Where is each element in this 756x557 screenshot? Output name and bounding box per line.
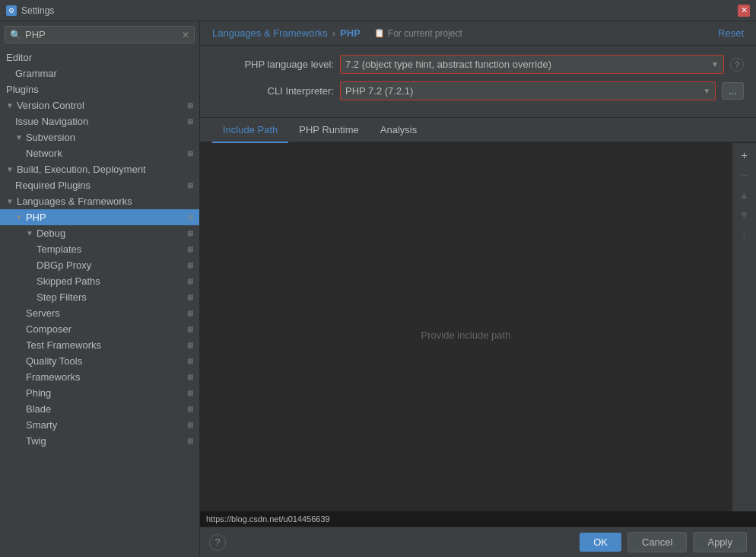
sync-icon: ⊞ <box>187 229 193 237</box>
sidebar-item-label: Quality Tools <box>26 355 82 367</box>
sidebar-item-grammar[interactable]: Grammar <box>0 65 199 81</box>
tab-content: Provide include path + − ▲ ▼ ↕ <box>200 143 756 527</box>
clipboard-icon: 📋 <box>374 28 385 38</box>
content-area: Languages & Frameworks › PHP 📋 For curre… <box>200 21 756 557</box>
sidebar-item-frameworks[interactable]: Frameworks ⊞ <box>0 369 199 385</box>
sync-icon: ⊞ <box>187 421 193 429</box>
sidebar-item-label: Languages & Frameworks <box>17 196 132 207</box>
cli-interpreter-value: PHP 7.2 (7.2.1) <box>341 82 698 100</box>
sidebar-item-plugins[interactable]: Plugins <box>0 81 199 97</box>
cli-interpreter-input-wrapper: PHP 7.2 (7.2.1) ▼ <box>340 81 716 100</box>
bottom-bar: ? OK Cancel Apply <box>200 527 756 557</box>
tab-include-path[interactable]: Include Path <box>212 118 288 143</box>
breadcrumb-part1[interactable]: Languages & Frameworks <box>212 27 328 39</box>
search-box: 🔍 ✕ <box>5 26 195 43</box>
sync-icon: ⊞ <box>187 341 193 349</box>
sidebar-item-composer[interactable]: Composer ⊞ <box>0 321 199 337</box>
sidebar-item-editor[interactable]: Editor <box>0 49 199 65</box>
sidebar-item-label: Issue Navigation <box>15 116 88 127</box>
sidebar-item-debug[interactable]: ▼ Debug ⊞ <box>0 225 199 241</box>
sidebar-item-phing[interactable]: Phing ⊞ <box>0 385 199 401</box>
sync-icon: ⊞ <box>187 149 193 158</box>
sync-icon: ⊞ <box>187 437 193 445</box>
close-button[interactable]: ✕ <box>738 5 750 17</box>
search-clear-icon[interactable]: ✕ <box>182 30 189 40</box>
url-text: https://blog.csdn.net/u014456639 <box>206 514 330 524</box>
sort-button[interactable]: ↕ <box>735 225 754 243</box>
sidebar-item-blade[interactable]: Blade ⊞ <box>0 401 199 417</box>
tab-analysis[interactable]: Analysis <box>370 118 427 143</box>
sidebar-item-label: Smarty <box>26 419 57 431</box>
sidebar-item-label: Composer <box>26 323 71 335</box>
language-level-select-wrapper: 7.2 (object type hint, abstract function… <box>340 55 724 74</box>
sidebar-item-label: Test Frameworks <box>26 339 101 351</box>
expand-arrow-icon: ▼ <box>6 165 14 173</box>
sidebar-item-test-frameworks[interactable]: Test Frameworks ⊞ <box>0 337 199 353</box>
help-icon[interactable]: ? <box>730 58 744 72</box>
sync-icon: ⊞ <box>187 117 193 126</box>
sidebar-item-twig[interactable]: Twig ⊞ <box>0 433 199 449</box>
sidebar-content: Editor Grammar Plugins ▼ Version Control… <box>0 48 199 557</box>
sidebar-item-skipped-paths[interactable]: Skipped Paths ⊞ <box>0 273 199 289</box>
reset-button[interactable]: Reset <box>718 27 744 39</box>
language-level-label: PHP language level: <box>212 59 334 70</box>
sidebar-item-issue-navigation[interactable]: Issue Navigation ⊞ <box>0 113 199 129</box>
sidebar-item-languages-frameworks[interactable]: ▼ Languages & Frameworks <box>0 193 199 209</box>
sync-icon: ⊞ <box>187 389 193 397</box>
language-level-dropdown-arrow[interactable]: ▼ <box>707 60 723 68</box>
sync-icon: ⊞ <box>187 245 193 253</box>
sidebar-item-build-execution[interactable]: ▼ Build, Execution, Deployment <box>0 161 199 177</box>
add-path-button[interactable]: + <box>735 146 754 164</box>
tab-php-runtime[interactable]: PHP Runtime <box>288 118 370 143</box>
expand-arrow-icon: ▼ <box>26 229 33 237</box>
sidebar-item-label: Editor <box>6 52 32 63</box>
sidebar-item-label: Step Filters <box>37 291 87 303</box>
apply-button[interactable]: Apply <box>693 532 747 552</box>
sidebar-item-label: Templates <box>37 243 81 255</box>
sidebar-item-label: DBGp Proxy <box>37 259 91 271</box>
sidebar-item-label: Phing <box>26 387 51 399</box>
main-container: 🔍 ✕ Editor Grammar Plugins ▼ Version Con… <box>0 21 756 557</box>
sidebar-item-servers[interactable]: Servers ⊞ <box>0 305 199 321</box>
search-input[interactable] <box>25 29 178 40</box>
sidebar-item-label: Plugins <box>6 84 39 95</box>
sidebar-item-required-plugins[interactable]: Required Plugins ⊞ <box>0 177 199 193</box>
sidebar-item-version-control[interactable]: ▼ Version Control ⊞ <box>0 97 199 113</box>
cli-interpreter-dropdown-arrow[interactable]: ▼ <box>698 87 715 95</box>
include-path-panel: Provide include path <box>200 143 732 527</box>
sync-icon: ⊞ <box>187 293 193 301</box>
language-level-row: PHP language level: 7.2 (object type hin… <box>212 55 744 74</box>
sync-icon: ⊞ <box>187 405 193 413</box>
sync-icon: ⊞ <box>187 309 193 317</box>
sync-icon: ⊞ <box>187 373 193 381</box>
expand-arrow-icon: ▼ <box>15 213 23 221</box>
sidebar-item-label: Servers <box>26 307 60 319</box>
cancel-button[interactable]: Cancel <box>627 532 687 552</box>
sync-icon: ⊞ <box>187 261 193 269</box>
sidebar-item-smarty[interactable]: Smarty ⊞ <box>0 417 199 433</box>
sidebar-item-php[interactable]: ▼ PHP ⊞ <box>0 209 199 225</box>
sidebar: 🔍 ✕ Editor Grammar Plugins ▼ Version Con… <box>0 21 200 557</box>
sidebar-item-step-filters[interactable]: Step Filters ⊞ <box>0 289 199 305</box>
cli-interpreter-row: CLI Interpreter: PHP 7.2 (7.2.1) ▼ ... <box>212 81 744 100</box>
sidebar-item-templates[interactable]: Templates ⊞ <box>0 241 199 257</box>
sidebar-item-quality-tools[interactable]: Quality Tools ⊞ <box>0 353 199 369</box>
cli-interpreter-more-button[interactable]: ... <box>722 82 744 100</box>
move-down-button[interactable]: ▼ <box>735 205 754 224</box>
side-toolbar: + − ▲ ▼ ↕ <box>732 143 756 527</box>
sidebar-item-dbgp-proxy[interactable]: DBGp Proxy ⊞ <box>0 257 199 273</box>
sidebar-item-subversion[interactable]: ▼ Subversion <box>0 129 199 145</box>
ok-button[interactable]: OK <box>580 533 621 552</box>
url-bar: https://blog.csdn.net/u014456639 <box>200 511 756 527</box>
move-up-button[interactable]: ▲ <box>735 186 754 204</box>
sidebar-item-label: Grammar <box>15 68 57 79</box>
sidebar-item-label: Subversion <box>26 132 75 143</box>
language-level-value: 7.2 (object type hint, abstract function… <box>341 56 707 73</box>
help-button[interactable]: ? <box>209 534 226 551</box>
empty-message: Provide include path <box>421 329 511 341</box>
sidebar-item-network[interactable]: Network ⊞ <box>0 145 199 161</box>
cli-interpreter-label: CLI Interpreter: <box>212 85 334 97</box>
breadcrumb-part2: PHP <box>340 27 361 39</box>
remove-path-button[interactable]: − <box>735 166 754 184</box>
sidebar-item-label: Blade <box>26 403 51 415</box>
